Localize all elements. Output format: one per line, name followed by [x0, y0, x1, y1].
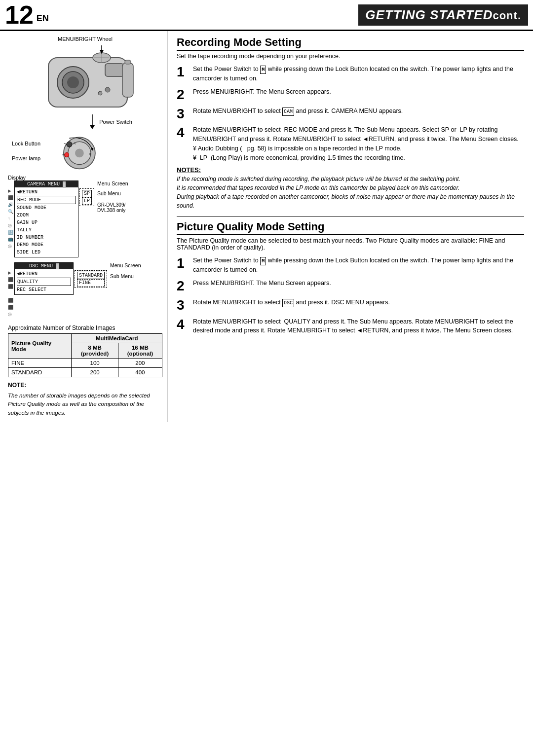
menu-zoom-row: ZOOM — [17, 212, 76, 219]
dsc-quality-row: QUALITY — [17, 278, 71, 286]
svg-rect-4 — [105, 64, 124, 76]
step-num-1: 1 — [177, 65, 190, 80]
svg-point-3 — [67, 76, 79, 88]
recording-step-2: 2 Press MENU/BRIGHT. The Menu Screen app… — [177, 87, 524, 103]
chapter-cont: cont. — [493, 9, 521, 22]
arrow-power-switch — [87, 114, 97, 129]
lock-power-labels: Lock Button Power lamp — [12, 141, 40, 161]
pq-step-1: 1 Set the Power Switch to M while pressi… — [177, 256, 524, 275]
storable-images-table: Picture QualityMode MultiMediaCard 8 MB(… — [8, 333, 162, 377]
step-num-2: 2 — [177, 87, 190, 103]
dsc-return-row: ◄RETURN — [17, 270, 71, 278]
recording-notes: NOTES: If the recording mode is switched… — [177, 166, 524, 210]
step-text-2: Press MENU/BRIGHT. The Menu Screen appea… — [193, 87, 524, 97]
dsc-menu-section: ▶ ⬛ ⬛ ⬛ ⬛ ◎ DSC MENU ▓ ◄RETURN QUALITY R… — [8, 262, 162, 319]
page-number: 12 — [5, 2, 34, 28]
step-text-4: Rotate MENU/BRIGHT to select REC MODE an… — [193, 125, 524, 162]
recording-step-1: 1 Set the Power Switch to M while pressi… — [177, 65, 524, 83]
pq-step-text-2: Press MENU/BRIGHT. The Menu Screen appea… — [193, 279, 524, 288]
table-title: Approximate Number of Storable Images — [8, 324, 162, 331]
dsc-menu-icons: ▶ ⬛ ⬛ ⬛ ⬛ ◎ — [8, 270, 13, 319]
recording-step-4: 4 Rotate MENU/BRIGHT to select REC MODE … — [177, 125, 524, 162]
step-text-3: Rotate MENU/BRIGHT to select CAM and pre… — [193, 107, 524, 116]
menu-tally-row: TALLY — [17, 226, 76, 234]
camera-menu-header: CAMERA MENU ▓ — [15, 181, 78, 187]
lock-power-area: Lock Button Power lamp A M — [12, 131, 162, 171]
pq-step-4: 4 Rotate MENU/BRIGHT to select QUALITY a… — [177, 317, 524, 336]
icon-m-2: M — [260, 257, 266, 265]
table-cell-fine-16mb: 200 — [118, 359, 162, 368]
dsc-submenu-standard: STANDARD — [77, 272, 105, 279]
icon-m-1: M — [260, 66, 266, 74]
table-header-16mb: 16 MB(optional) — [118, 343, 162, 359]
camera-svg-top — [29, 43, 142, 119]
right-column: Recording Mode Setting Set the tape reco… — [168, 31, 533, 422]
pq-step-3: 3 Rotate MENU/BRIGHT to select DSC and p… — [177, 298, 524, 313]
camera-menu-icons: ▶ ⬛ 🔊 🔍 ↑ ◎ 🔢 📺 ◎ — [8, 188, 13, 251]
svg-point-11 — [98, 91, 102, 95]
menu-wheel-label: MENU/BRIGHT Wheel — [58, 36, 113, 42]
camera-menu-box: CAMERA MENU ▓ ◄RETURN REC MODE SOUND MOD… — [14, 180, 78, 257]
recording-steps-list: 1 Set the Power Switch to M while pressi… — [177, 65, 524, 162]
pq-step-num-1: 1 — [177, 256, 190, 271]
svg-rect-9 — [125, 60, 131, 64]
camera-diagram-top: MENU/BRIGHT Wheel — [8, 36, 162, 129]
menu-rec-mode-row: REC MODE — [17, 196, 76, 204]
picture-quality-title: Picture Quality Mode Setting — [177, 220, 524, 235]
section-divider — [177, 216, 524, 216]
pq-step-text-4: Rotate MENU/BRIGHT to select QUALITY and… — [193, 317, 524, 336]
step-text-1: Set the Power Switch to M while pressing… — [193, 65, 524, 83]
display-label: Display — [8, 175, 162, 180]
camera-menu-section: ▶ ⬛ 🔊 🔍 ↑ ◎ 🔢 📺 ◎ CAMERA MENU ▓ ◄RETURN … — [8, 180, 162, 257]
recording-mode-section: Recording Mode Setting Set the tape reco… — [177, 36, 524, 210]
main-content: MENU/BRIGHT Wheel — [0, 31, 533, 422]
table-cell-standard-8mb: 200 — [72, 368, 118, 377]
sub-menu-label2: Sub Menu — [110, 273, 141, 279]
left-column: MENU/BRIGHT Wheel — [0, 31, 168, 422]
menu-sound-mode-row: SOUND MODE — [17, 204, 76, 212]
table-cell-standard-16mb: 400 — [118, 368, 162, 377]
svg-point-18 — [67, 142, 72, 147]
icon-cam-1: CAM — [282, 108, 294, 116]
dsc-menu-side-labels: Menu Screen Sub Menu — [110, 262, 141, 279]
dsc-submenu-box: STANDARD FINE — [75, 270, 107, 288]
dsc-submenu-boxes: STANDARD FINE Menu Screen Sub Menu — [75, 262, 141, 288]
pq-step-num-4: 4 — [177, 317, 190, 332]
table-section: Approximate Number of Storable Images Pi… — [8, 324, 162, 377]
table-cell-standard-mode: STANDARD — [8, 368, 72, 377]
left-note-section: NOTE: The number of storable images depe… — [8, 381, 162, 417]
table-row: STANDARD 200 400 — [8, 368, 162, 377]
recording-mode-title: Recording Mode Setting — [177, 36, 524, 51]
table-header-mode: Picture QualityMode — [8, 334, 72, 359]
menu-side-led-row: SIDE LED — [17, 249, 76, 256]
pq-step-text-1: Set the Power Switch to M while pressing… — [193, 256, 524, 275]
table-cell-fine-mode: FINE — [8, 359, 72, 368]
picture-quality-subtitle: The Picture Quality mode can be selected… — [177, 237, 524, 251]
menu-screen-label1: Menu Screen — [97, 180, 128, 186]
submenu-lp: LP — [82, 197, 92, 205]
table-header-mmc: MultiMediaCard — [72, 334, 162, 343]
camera-submenu-boxes: SP LP Menu Screen Sub Menu GR-DVL309/DVL… — [79, 180, 128, 213]
svg-text:M: M — [89, 152, 91, 155]
language-label: EN — [37, 13, 49, 24]
step-num-4: 4 — [177, 125, 190, 141]
submenu-sp: SP — [82, 190, 92, 197]
page-header: 12 EN GETTING STARTEDcont. — [0, 0, 533, 31]
dsc-submenu-area: STANDARD FINE Menu Screen Sub Menu — [75, 262, 141, 288]
svg-point-17 — [75, 149, 84, 158]
picture-quality-steps-list: 1 Set the Power Switch to M while pressi… — [177, 256, 524, 335]
lock-button-label: Lock Button — [12, 141, 40, 146]
picture-quality-section: Picture Quality Mode Setting The Picture… — [177, 220, 524, 335]
camera-submenu-area: SP LP Menu Screen Sub Menu GR-DVL309/DVL… — [79, 180, 128, 213]
icon-dsc-1: DSC — [282, 299, 294, 307]
left-note-label: NOTE: — [8, 382, 26, 389]
menu-screen-label2: Menu Screen — [110, 262, 141, 268]
menu-demo-mode-row: DEMO MODE — [17, 241, 76, 249]
table-row: FINE 100 200 — [8, 359, 162, 368]
left-note-text: The number of storable images depends on… — [8, 392, 162, 417]
svg-marker-14 — [90, 125, 95, 129]
dsc-rec-select-row: REC SELECT — [17, 286, 71, 293]
svg-point-10 — [105, 87, 110, 92]
grdvl-note: GR-DVL309/DVL308 only — [97, 202, 128, 213]
dsc-menu-wrap: ▶ ⬛ ⬛ ⬛ ⬛ ◎ DSC MENU ▓ ◄RETURN QUALITY R… — [8, 262, 162, 319]
